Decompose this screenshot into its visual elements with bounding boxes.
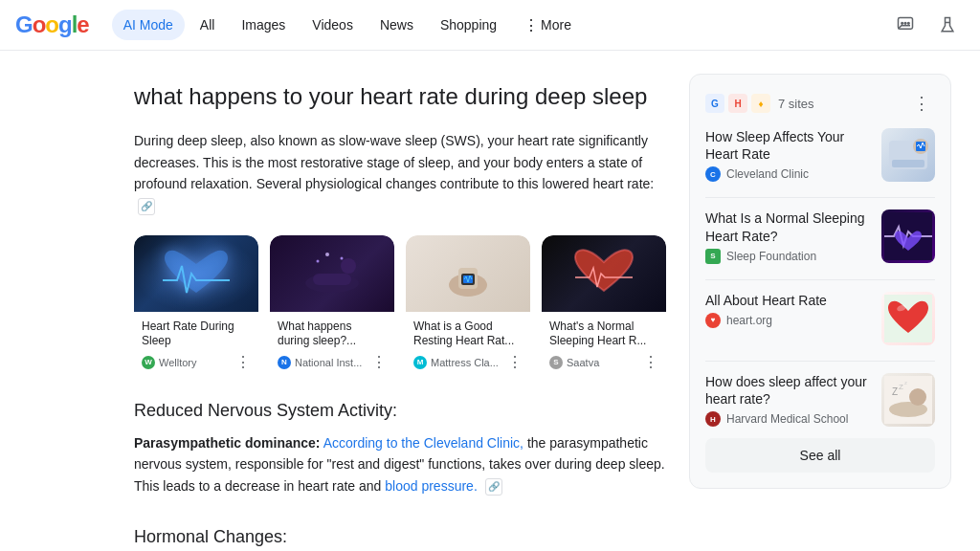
image-card-0[interactable]: Heart Rate During Sleep W Welltory ⋮ (134, 235, 258, 378)
svg-point-10 (341, 257, 344, 260)
header-icons (888, 8, 965, 42)
card-image-0 (134, 235, 258, 312)
cite-button-2[interactable]: 🔗 (485, 478, 502, 496)
svg-point-3 (908, 23, 910, 25)
svg-point-1 (902, 23, 903, 25)
card-more-1[interactable]: ⋮ (371, 355, 387, 370)
sidebar-favicon-1: S (705, 249, 721, 264)
card-source-name-1: National Inst... (295, 357, 362, 368)
google-logo[interactable]: Google (15, 11, 89, 38)
nav-item-ai-mode[interactable]: AI Mode (112, 10, 185, 40)
image-card-1[interactable]: What happens during sleep?... N National… (270, 235, 394, 378)
content-area: what happens to your heart rate during d… (0, 51, 689, 551)
sidebar-item-text-0: How Sleep Affects Your Heart Rate C Clev… (705, 128, 870, 182)
image-card-2[interactable]: What is a Good Resting Heart Rat... M Ma… (406, 235, 530, 378)
sidebar-item-2[interactable]: All About Heart Rate ♥ heart.org (705, 292, 935, 345)
svg-point-2 (904, 23, 906, 25)
sidebar-item-1[interactable]: What Is a Normal Sleeping Heart Rate? S … (705, 209, 935, 263)
nav-item-shopping[interactable]: Shopping (429, 10, 508, 40)
svg-point-24 (909, 388, 926, 406)
card-source-2: M Mattress Cla... ⋮ (413, 355, 523, 370)
sidebar-item-source-3: H Harvard Medical School (705, 411, 870, 427)
card-source-3: S Saatva ⋮ (549, 355, 658, 370)
sidebar-item-3[interactable]: How does sleep affect your heart rate? H… (705, 373, 935, 427)
sidebar-item-source-0: C Cleveland Clinic (705, 166, 870, 182)
dots-icon: ⋮ (523, 16, 539, 34)
cite-button[interactable]: 🔗 (138, 198, 155, 215)
nav-item-all[interactable]: All (189, 10, 227, 40)
sidebar-item-source-1: S Sleep Foundation (705, 249, 870, 264)
sidebar-item-title-3: How does sleep affect your heart rate? (705, 373, 870, 408)
nav-item-videos[interactable]: Videos (301, 10, 365, 40)
sidebar-favicon-3: H (705, 411, 721, 427)
nav-more-button[interactable]: ⋮ More (512, 9, 583, 42)
sidebar-favicon-2: ♥ (705, 313, 721, 328)
sidebar-item-text-2: All About Heart Rate ♥ heart.org (705, 292, 870, 328)
nav-item-news[interactable]: News (368, 10, 425, 40)
svg-text:z: z (904, 380, 907, 386)
card-title-2: What is a Good Resting Heart Rat... (413, 320, 523, 349)
nav-item-images[interactable]: Images (230, 10, 297, 40)
sidebar-divider-2 (705, 361, 935, 362)
feedback-button[interactable] (888, 8, 923, 42)
card-title-3: What's a Normal Sleeping Heart R... (549, 320, 658, 349)
sidebar-header: G H ♦ 7 sites ⋮ (705, 90, 935, 117)
sidebar-item-text-3: How does sleep affect your heart rate? H… (705, 373, 870, 427)
card-more-3[interactable]: ⋮ (643, 355, 658, 370)
card-favicon-3: S (549, 356, 563, 369)
sidebar-divider-1 (705, 279, 935, 280)
card-info-2: What is a Good Resting Heart Rat... M Ma… (406, 312, 530, 378)
blood-pressure-link[interactable]: blood pressure. (385, 478, 478, 494)
sidebar-divider-0 (705, 197, 935, 198)
sidebar-source-name-0: Cleveland Clinic (726, 167, 809, 181)
badge-2: H (728, 94, 747, 113)
card-info-3: What's a Normal Sleeping Heart R... S Sa… (542, 312, 666, 378)
sidebar-item-text-1: What Is a Normal Sleeping Heart Rate? S … (705, 209, 870, 263)
sidebar-source-name-3: Harvard Medical School (726, 412, 848, 426)
card-source-0: W Welltory ⋮ (142, 355, 251, 370)
intro-paragraph: During deep sleep, also known as slow-wa… (134, 130, 666, 216)
card-source-name-3: Saatva (567, 357, 599, 368)
card-image-2 (406, 235, 530, 312)
sidebar-more-button[interactable]: ⋮ (908, 90, 935, 117)
sidebar-favicon-0: C (705, 166, 721, 182)
sidebar-source-name-2: heart.org (726, 314, 772, 327)
card-info-0: Heart Rate During Sleep W Welltory ⋮ (134, 312, 258, 378)
badge-1: G (705, 94, 724, 113)
svg-point-8 (317, 260, 320, 263)
svg-point-6 (341, 258, 356, 274)
card-favicon-0: W (142, 356, 155, 369)
card-source-name-2: Mattress Cla... (431, 357, 499, 368)
svg-point-9 (325, 253, 329, 256)
card-image-1 (270, 235, 394, 312)
sidebar-thumb-1 (881, 209, 935, 263)
header: Google AI Mode All Images Videos News Sh… (0, 0, 980, 51)
card-source-1: N National Inst... ⋮ (278, 355, 387, 370)
page-title: what happens to your heart rate during d… (134, 81, 666, 111)
sidebar-source-name-1: Sleep Foundation (726, 250, 816, 263)
labs-button[interactable] (930, 8, 965, 42)
card-title-1: What happens during sleep?... (278, 320, 387, 349)
sidebar-item-title-2: All About Heart Rate (705, 292, 870, 309)
sidebar-thumb-2 (881, 292, 935, 345)
card-more-0[interactable]: ⋮ (235, 355, 251, 370)
sidebar-item-0[interactable]: How Sleep Affects Your Heart Rate C Clev… (705, 128, 935, 182)
main-layout: what happens to your heart rate during d… (0, 51, 980, 551)
card-image-3 (542, 235, 666, 312)
sidebar-card: G H ♦ 7 sites ⋮ How Sleep Affects Your H… (689, 74, 951, 489)
sidebar-item-title-1: What Is a Normal Sleeping Heart Rate? (705, 209, 870, 244)
svg-text:Z: Z (892, 386, 898, 397)
svg-rect-7 (313, 274, 351, 285)
card-more-2[interactable]: ⋮ (507, 355, 523, 370)
badge-3: ♦ (751, 94, 770, 113)
card-title-0: Heart Rate During Sleep (142, 320, 251, 349)
see-all-button[interactable]: See all (705, 438, 935, 473)
sidebar-thumb-0 (881, 128, 935, 182)
card-source-name-0: Welltory (159, 357, 197, 368)
image-card-3[interactable]: What's a Normal Sleeping Heart R... S Sa… (542, 235, 666, 378)
svg-rect-16 (892, 160, 924, 167)
section1-body: Parasympathetic dominance: According to … (134, 432, 666, 496)
parasympathetic-label: Parasympathetic dominance: (134, 435, 321, 451)
sidebar-item-title-0: How Sleep Affects Your Heart Rate (705, 128, 870, 163)
cleveland-clinic-link[interactable]: According to the Cleveland Clinic, (323, 435, 523, 451)
